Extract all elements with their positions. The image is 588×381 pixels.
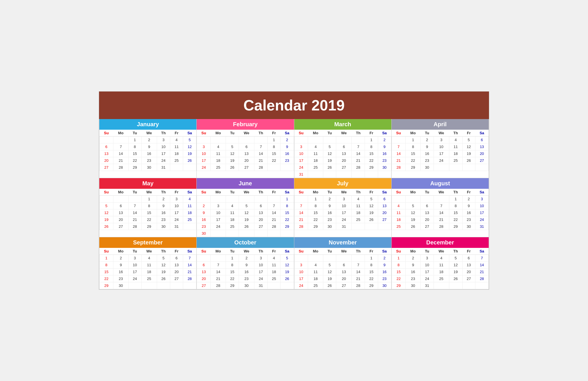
day-cell: [323, 171, 336, 178]
month-header-january: January: [99, 119, 196, 130]
table-row: 282930: [392, 164, 488, 171]
day-cell: 8: [308, 203, 323, 209]
day-cell: 20: [170, 269, 183, 275]
weekday-header: Su: [392, 248, 405, 255]
day-cell: 9: [113, 262, 128, 269]
weekday-header: Tu: [226, 130, 239, 137]
table-row: 25262728293031: [392, 223, 488, 230]
day-cell: 25: [170, 157, 183, 164]
day-cell: 15: [128, 150, 141, 157]
day-cell: [254, 137, 268, 143]
day-cell: 8: [365, 262, 378, 269]
day-cell: 12: [183, 143, 196, 150]
day-cell: 13: [197, 269, 211, 275]
day-cell: 8: [365, 143, 378, 150]
day-cell: 8: [268, 143, 281, 150]
day-cell: 23: [323, 216, 336, 223]
day-cell: 3: [294, 262, 308, 269]
table-row: 1: [197, 196, 294, 203]
day-cell: 7: [294, 203, 308, 209]
day-cell: 21: [352, 275, 365, 282]
day-cell: 24: [211, 223, 226, 230]
day-cell: 23: [239, 275, 254, 282]
day-cell: 16: [323, 209, 336, 216]
day-cell: 9: [239, 262, 254, 269]
day-cell: 28: [352, 164, 365, 171]
weekday-header: Su: [100, 248, 113, 255]
weekday-header: Mo: [211, 248, 226, 255]
weekday-header: Su: [294, 189, 308, 196]
day-cell: 16: [157, 209, 170, 216]
day-cell: 9: [157, 203, 170, 209]
table-row: 13141516171819: [100, 150, 196, 157]
day-cell: 30: [378, 164, 391, 171]
month-header-june: June: [197, 178, 294, 189]
weekday-header: We: [434, 248, 449, 255]
day-cell: 22: [449, 216, 462, 223]
day-cell: 17: [434, 150, 449, 157]
day-cell: 19: [281, 269, 294, 275]
day-cell: 10: [294, 150, 308, 157]
day-cell: 29: [128, 164, 141, 171]
day-cell: 6: [378, 196, 391, 203]
day-cell: 10: [254, 262, 268, 269]
day-cell: 24: [197, 164, 211, 171]
months-grid: JanuarySuMoTuWeThFrSa1234567891011121314…: [99, 119, 489, 289]
table-row: 15161718192021: [100, 269, 196, 275]
day-cell: 1: [100, 255, 113, 262]
table-row: 3456789: [294, 143, 391, 150]
day-cell: 7: [352, 143, 365, 150]
day-cell: [183, 282, 196, 289]
day-cell: [336, 171, 352, 178]
day-cell: 25: [226, 223, 239, 230]
day-cell: 12: [405, 209, 421, 216]
day-cell: [434, 282, 449, 289]
day-cell: 7: [113, 143, 128, 150]
day-cell: 2: [378, 255, 391, 262]
weekday-header: Mo: [211, 189, 226, 196]
day-cell: 19: [462, 150, 475, 157]
table-row: 1234567: [392, 255, 488, 262]
day-cell: 30: [157, 223, 170, 230]
day-cell: 9: [378, 143, 391, 150]
day-cell: 2: [197, 203, 211, 209]
month-table-august: SuMoTuWeThFrSa12345678910111213141516171…: [392, 189, 489, 230]
day-cell: 3: [336, 196, 352, 203]
day-cell: 1: [405, 137, 421, 143]
day-cell: 11: [434, 262, 449, 269]
day-cell: 17: [294, 275, 308, 282]
day-cell: 20: [197, 275, 211, 282]
table-row: 15161718192021: [392, 269, 488, 275]
day-cell: 27: [336, 282, 352, 289]
day-cell: 26: [405, 223, 421, 230]
day-cell: 14: [475, 262, 488, 269]
table-row: 123456: [392, 137, 488, 143]
table-row: 20212223242526: [100, 157, 196, 164]
day-cell: 3: [197, 143, 211, 150]
weekday-header: Sa: [183, 130, 196, 137]
day-cell: 1: [449, 196, 462, 203]
day-cell: 26: [226, 164, 239, 171]
month-table-january: SuMoTuWeThFrSa12345678910111213141516171…: [99, 130, 196, 171]
weekday-header: Fr: [462, 248, 475, 255]
day-cell: 29: [365, 282, 378, 289]
day-cell: 9: [405, 262, 421, 269]
day-cell: 31: [170, 223, 183, 230]
day-cell: [378, 223, 391, 230]
weekday-header: Fr: [170, 130, 183, 137]
table-row: 17181920212223: [294, 275, 391, 282]
weekday-header: Fr: [462, 189, 475, 196]
day-cell: 20: [113, 216, 128, 223]
day-cell: 17: [157, 150, 170, 157]
day-cell: [157, 282, 170, 289]
day-cell: 25: [449, 157, 462, 164]
day-cell: 23: [197, 223, 211, 230]
day-cell: 1: [141, 196, 157, 203]
weekday-header: Mo: [308, 189, 323, 196]
day-cell: 23: [421, 157, 434, 164]
table-row: 262728293031: [100, 223, 196, 230]
day-cell: 19: [226, 157, 239, 164]
weekday-header: Th: [352, 248, 365, 255]
day-cell: 7: [268, 203, 281, 209]
day-cell: [449, 164, 462, 171]
